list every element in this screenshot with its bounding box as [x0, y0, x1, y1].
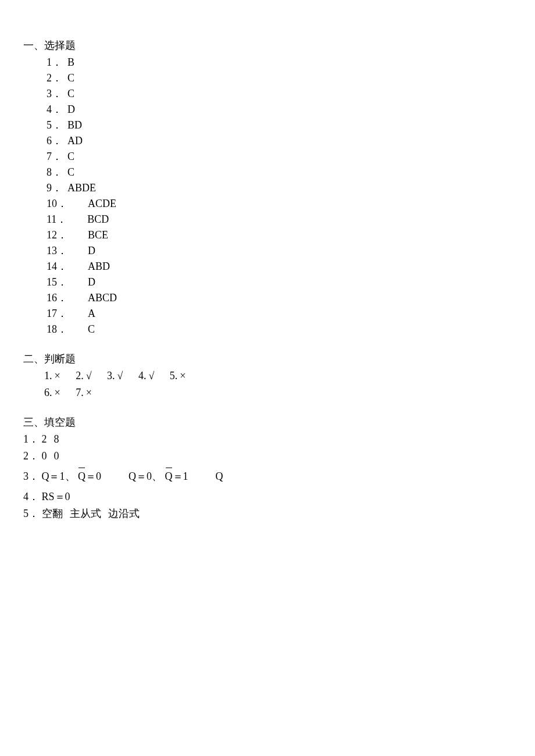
tf-item: 4.√	[138, 368, 154, 384]
mc-num: 6．	[47, 133, 64, 149]
tf-num: 4.	[138, 370, 147, 381]
tf-item: 1.×	[44, 368, 60, 384]
mc-item: 9．ABDE	[47, 180, 512, 196]
fill-num: 5．	[23, 508, 39, 519]
mc-num: 17．	[47, 306, 67, 322]
fill-answer: 8	[54, 433, 59, 445]
mc-answer: A	[67, 306, 95, 322]
tf-num: 1.	[44, 370, 52, 381]
mc-item: 11．BCD	[47, 212, 512, 227]
tf-item: 3.√	[107, 368, 123, 384]
tf-item: 6.×	[44, 385, 60, 401]
mc-num: 11．	[47, 212, 67, 227]
mc-answer: D	[64, 102, 75, 117]
mc-answer: C	[64, 165, 74, 180]
fill-answer: 主从式	[70, 508, 101, 519]
tf-item: 2.√	[76, 368, 91, 384]
mc-answer: BCE	[67, 227, 108, 243]
fill-blank-list: 1． 28 2． 00 3． Q＝1、 Q＝0 Q＝0、 Q＝1 Q 4． RS…	[23, 432, 512, 522]
tf-mark: √	[86, 370, 92, 381]
tf-mark: ×	[55, 370, 60, 381]
fill-answer-part: ＝0	[85, 470, 101, 482]
mc-answer: BD	[64, 117, 82, 133]
mc-item: 14．ABD	[47, 259, 512, 274]
mc-item: 7．C	[47, 149, 512, 165]
mc-answer: B	[64, 55, 74, 70]
mc-item: 10．ACDE	[47, 196, 512, 212]
mc-num: 10．	[47, 196, 67, 212]
fill-num: 3．	[23, 470, 39, 482]
separator: 、	[65, 470, 76, 482]
mc-num: 16．	[47, 290, 67, 306]
tf-num: 6.	[44, 387, 52, 398]
fill-answer-part: Q＝0	[129, 470, 152, 482]
mc-item: 8．C	[47, 165, 512, 180]
fill-item-3: 3． Q＝1、 Q＝0 Q＝0、 Q＝1 Q	[23, 469, 512, 484]
fill-answer-part: ＝1	[173, 470, 188, 482]
mc-answer: C	[64, 86, 74, 102]
fill-answer: 空翻	[42, 508, 63, 519]
separator: 、	[152, 470, 162, 482]
mc-answer: AD	[64, 133, 83, 149]
mc-item: 16．ABCD	[47, 290, 512, 306]
mc-item: 12．BCE	[47, 227, 512, 243]
tf-mark: √	[148, 370, 154, 381]
fill-num: 2．	[23, 450, 39, 462]
fill-answer: 边沿式	[108, 508, 140, 519]
mc-answer: C	[67, 322, 95, 337]
mc-answer: ABDE	[64, 180, 96, 196]
tf-line-2: 6.× 7.×	[23, 385, 512, 401]
mc-item: 4．D	[47, 102, 512, 117]
mc-num: 12．	[47, 227, 67, 243]
mc-num: 1．	[47, 55, 64, 70]
mc-answer: C	[64, 149, 74, 165]
tf-num: 7.	[76, 387, 84, 398]
mc-item: 18．C	[47, 322, 512, 337]
mc-item: 6．AD	[47, 133, 512, 149]
q-bar-symbol: Q	[165, 469, 173, 484]
section-3-title: 三、填空题	[23, 415, 512, 430]
mc-answer: BCD	[67, 212, 109, 227]
mc-answer: D	[67, 243, 95, 259]
mc-num: 15．	[47, 274, 67, 290]
mc-item: 3．C	[47, 86, 512, 102]
fill-item-2: 2． 00	[23, 448, 512, 464]
mc-answer: C	[64, 70, 74, 86]
fill-answer: 2	[42, 433, 47, 445]
fill-answer: RS＝0	[42, 491, 70, 502]
tf-item: 7.×	[76, 385, 92, 401]
fill-item-5: 5． 空翻主从式边沿式	[23, 506, 512, 522]
mc-item: 17．A	[47, 306, 512, 322]
mc-num: 5．	[47, 117, 64, 133]
fill-answer-tail: Q	[216, 470, 223, 482]
fill-answer: 0	[42, 450, 47, 462]
mc-num: 8．	[47, 165, 64, 180]
mc-num: 2．	[47, 70, 64, 86]
tf-num: 3.	[107, 370, 115, 381]
q-bar-symbol: Q	[78, 469, 85, 484]
tf-num: 2.	[76, 370, 84, 381]
fill-num: 1．	[23, 433, 39, 445]
mc-answer: ABD	[67, 259, 110, 274]
tf-item: 5.×	[170, 368, 186, 384]
mc-answer: ACDE	[67, 196, 116, 212]
fill-answer: 0	[54, 450, 59, 462]
mc-answer: D	[67, 274, 95, 290]
mc-num: 13．	[47, 243, 67, 259]
multiple-choice-list: 1．B 2．C 3．C 4．D 5．BD 6．AD 7．C 8．C 9．ABDE…	[23, 55, 512, 337]
mc-item: 13．D	[47, 243, 512, 259]
tf-mark: ×	[55, 387, 60, 398]
section-2-title: 二、判断题	[23, 351, 512, 367]
tf-line-1: 1.× 2.√ 3.√ 4.√ 5.×	[23, 368, 512, 384]
mc-num: 18．	[47, 322, 67, 337]
mc-num: 3．	[47, 86, 64, 102]
fill-item-4: 4． RS＝0	[23, 489, 512, 505]
mc-num: 9．	[47, 180, 64, 196]
mc-item: 1．B	[47, 55, 512, 70]
fill-item-1: 1． 28	[23, 432, 512, 447]
mc-item: 15．D	[47, 274, 512, 290]
tf-mark: ×	[180, 370, 186, 381]
tf-num: 5.	[170, 370, 178, 381]
fill-answer-part: Q＝1	[42, 470, 65, 482]
fill-num: 4．	[23, 491, 39, 502]
